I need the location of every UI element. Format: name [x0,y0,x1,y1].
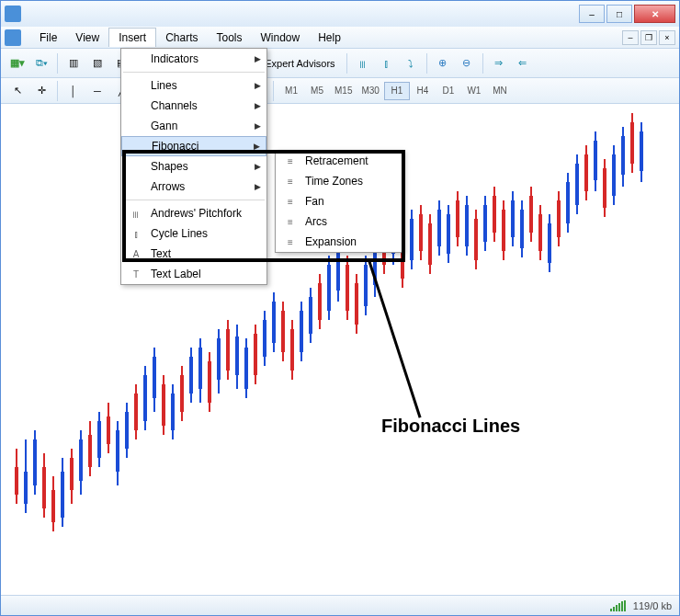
menu-item-label: Cycle Lines [151,227,208,240]
menu-item-fibonacci[interactable]: Fibonacci▶ [121,136,266,156]
cycle-icon: ⫿ [127,226,145,241]
profiles-button[interactable]: ⧉▾ [30,52,52,74]
submenu-item-label: Arcs [305,215,327,228]
menu-item-label: Shapes [151,160,188,173]
menu-item-andrews-pitchfork[interactable]: ⫼Andrews' Pitchfork [121,203,266,223]
blank-icon [127,78,145,93]
objects-toolbar: ↖ ✛ │ ─ ╱ ≋ ≡ A T ↑▾ M1M5M15M30H1H4D1W1M… [1,78,679,104]
menu-tools[interactable]: Tools [208,29,252,47]
toolbar-separator [57,81,58,101]
fibonacci-submenu: ≡Retracement≡Time Zones≡Fan≡Arcs≡Expansi… [275,150,403,253]
menubar: File View Insert Charts Tools Window Hel… [1,27,679,49]
timeframe-w1[interactable]: W1 [461,82,487,100]
window-maximize-button[interactable]: □ [606,5,632,23]
menu-item-cycle-lines[interactable]: ⫿Cycle Lines [121,223,266,244]
submenu-item-label: Retracement [305,154,368,167]
mdi-minimize-button[interactable]: – [622,30,639,45]
hline-tool[interactable]: ─ [86,80,108,102]
bar-chart-button[interactable]: ⫼ [352,52,374,74]
menu-view[interactable]: View [66,29,108,47]
menu-item-lines[interactable]: Lines▶ [121,75,266,96]
timeframe-m1[interactable]: M1 [278,82,304,100]
submenu-arrow-icon: ▶ [255,162,261,171]
menu-item-shapes[interactable]: Shapes▶ [121,156,266,177]
submenu-arrow-icon: ▶ [255,54,261,63]
menu-help[interactable]: Help [309,29,350,47]
submenu-arrow-icon: ▶ [255,121,261,131]
menu-item-label: Andrews' Pitchfork [151,207,242,220]
cursor-tool[interactable]: ↖ [6,80,28,102]
connection-bars-icon [610,600,626,611]
window-minimize-button[interactable]: – [579,5,605,23]
submenu-item-label: Time Zones [305,175,363,188]
candle-chart-button[interactable]: ⫿ [376,52,398,74]
toolbar-separator [482,53,483,74]
crosshair-tool[interactable]: ✛ [30,80,52,102]
fib-icon: ≡ [281,154,300,168]
mdi-close-button[interactable]: × [659,30,675,45]
timeframe-selector: M1M5M15M30H1H4D1W1MN [278,82,513,100]
menu-item-text[interactable]: AText [121,244,266,264]
menu-item-label: Fibonacci [152,140,198,153]
market-watch-button[interactable]: ▥ [62,52,85,74]
menu-item-text-label[interactable]: TText Label [121,264,266,284]
menu-item-arrows[interactable]: Arrows▶ [121,177,266,197]
timeframe-h4[interactable]: H4 [410,82,436,100]
blank-icon [127,159,145,174]
menu-item-label: Arrows [151,180,185,193]
blank-icon [127,119,145,133]
toolbar-separator [273,81,274,101]
submenu-item-fan[interactable]: ≡Fan [276,191,402,211]
line-chart-button[interactable]: ⤵ [400,52,422,74]
mdi-restore-button[interactable]: ❐ [640,30,657,45]
menu-charts[interactable]: Charts [156,29,207,47]
new-chart-button[interactable]: ▦▾ [6,52,28,74]
menu-insert[interactable]: Insert [108,28,156,47]
menu-item-label: Text [151,247,171,260]
timeframe-m30[interactable]: M30 [357,82,383,100]
window-close-button[interactable]: ✕ [634,5,675,23]
submenu-item-arcs[interactable]: ≡Arcs [276,211,402,232]
timeframe-m15[interactable]: M15 [330,82,357,100]
submenu-item-label: Fan [305,195,324,208]
auto-scroll-button[interactable]: ⇒ [488,52,510,74]
pitchfork-icon: ⫼ [127,206,145,221]
connection-status: 119/0 kb [633,600,672,611]
app-window: – □ ✕ File View Insert Charts Tools Wind… [0,0,680,616]
menu-item-channels[interactable]: Channels▶ [121,96,266,116]
submenu-item-time-zones[interactable]: ≡Time Zones [276,171,402,191]
zoom-out-button[interactable]: ⊖ [456,52,478,74]
submenu-arrow-icon: ▶ [255,101,261,110]
navigator-button[interactable]: ▧ [86,52,108,74]
menu-item-label: Text Label [151,268,201,280]
insert-dropdown-menu: Indicators▶Lines▶Channels▶Gann▶Fibonacci… [120,48,267,285]
menu-item-gann[interactable]: Gann▶ [121,116,266,136]
blank-icon [127,98,145,113]
timeframe-d1[interactable]: D1 [436,82,461,100]
submenu-item-retracement[interactable]: ≡Retracement [276,151,402,171]
menu-item-label: Gann [151,120,177,132]
fib-icon: ≡ [281,194,300,209]
expert-advisors-label: Expert Advisors [265,58,334,69]
toolbar-separator [426,53,427,74]
fib-icon: ≡ [281,214,300,229]
vline-tool[interactable]: │ [62,80,85,102]
menu-file[interactable]: File [30,29,66,47]
timeframe-h1[interactable]: H1 [384,82,410,100]
submenu-arrow-icon: ▶ [255,81,261,90]
fib-icon: ≡ [281,234,300,249]
submenu-item-label: Expansion [305,235,357,248]
blank-icon [128,139,146,154]
app-logo-icon [5,29,21,46]
timeframe-m5[interactable]: M5 [304,82,330,100]
submenu-arrow-icon: ▶ [254,142,260,151]
menu-window[interactable]: Window [252,29,310,47]
timeframe-mn[interactable]: MN [487,82,513,100]
app-icon [5,6,21,22]
submenu-item-expansion[interactable]: ≡Expansion [276,232,402,252]
toolbar-separator [57,53,58,74]
zoom-in-button[interactable]: ⊕ [432,52,454,74]
menu-item-indicators[interactable]: Indicators▶ [121,49,266,69]
chart-shift-button[interactable]: ⇐ [512,52,534,74]
menu-item-label: Lines [151,79,177,92]
